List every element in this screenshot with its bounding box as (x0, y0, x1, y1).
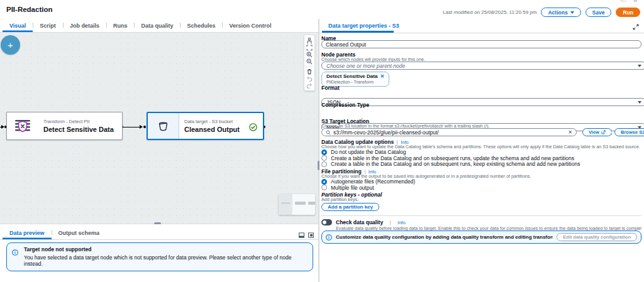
data-quality-banner: Customize data quality configuration by … (321, 230, 641, 244)
parent-chip-subtitle: PiiDetection - Transform (326, 80, 384, 84)
fit-view-icon[interactable] (304, 44, 314, 51)
node-parents-placeholder: Choose one or more parent node (326, 63, 405, 69)
collapse-panel-icon[interactable] (299, 229, 304, 241)
s3-bucket-icon (148, 113, 179, 139)
node-parents-select[interactable]: Choose one or more parent node (321, 62, 644, 70)
last-modified-text: Last modified on 25/08/2025, 11:20:59 pm (443, 9, 536, 15)
banner-text: Customize data quality configuration by … (336, 234, 553, 240)
chevron-down-icon (570, 11, 574, 14)
add-node-button[interactable]: + (1, 35, 20, 55)
tab-data-quality[interactable]: Data quality (134, 19, 180, 32)
name-input[interactable] (326, 41, 637, 48)
tab-visual[interactable]: Visual (3, 19, 33, 32)
partition-keys-help: Add partition keys. (321, 197, 641, 202)
radio-create-update-schema[interactable]: Create a table in the Data Catalog and o… (321, 155, 641, 161)
check-data-quality-label: Check data quality (336, 219, 383, 225)
edit-data-quality-button[interactable]: Edit data quality configuration (557, 233, 637, 241)
tab-schedules[interactable]: Schedules (180, 19, 222, 32)
external-link-icon (601, 130, 606, 134)
expand-icon[interactable] (633, 23, 639, 32)
close-icon[interactable]: ✕ (568, 129, 572, 135)
maximize-panel-icon[interactable] (308, 229, 314, 241)
app-header: PII-Redaction ?⃝ ⚙ Last modified on 25/0… (0, 0, 644, 19)
add-partition-key-button[interactable]: Add a partition key (321, 203, 379, 211)
alert-text: You have selected a data target node whi… (24, 254, 308, 267)
check-circle-icon (249, 122, 257, 134)
radio-no-catalog-update[interactable]: Do not update the Data Catalog (321, 149, 641, 155)
chevron-down-icon (638, 65, 641, 67)
name-input-wrap (321, 40, 641, 48)
detect-pii-icon (7, 112, 38, 139)
properties-panel-title[interactable]: Data target properties - S3 (328, 23, 399, 29)
section-divider (321, 215, 641, 216)
canvas-toolbar (304, 35, 315, 91)
browse-s3-button[interactable]: Browse S3 (614, 128, 644, 136)
toolbar-divider (306, 66, 313, 67)
connection-port[interactable] (143, 126, 146, 128)
tab-runs[interactable]: Runs (106, 19, 135, 32)
help-icon[interactable]: ?⃝ (620, 0, 626, 3)
radio-icon (321, 149, 327, 155)
radio-autogenerate-files[interactable]: Autogenerate files (Recommended) (321, 178, 641, 185)
job-tab-bar: Visual Script Job details Runs Data qual… (0, 19, 318, 33)
view-button[interactable]: View (582, 128, 612, 136)
edge-arrow (140, 125, 143, 129)
tab-data-preview[interactable]: Data preview (3, 226, 52, 239)
info-icon (12, 247, 18, 258)
visual-editor-canvas[interactable]: + (0, 33, 318, 224)
actions-button-label: Actions (548, 9, 567, 16)
radio-create-keep-schema[interactable]: Create a table in the Data Catalog and o… (321, 161, 641, 167)
save-button[interactable]: Save (586, 8, 612, 17)
preview-panel: Data preview Output schema Target node n… (0, 224, 318, 282)
view-button-label: View (589, 129, 599, 135)
node-title: Detect Sensitive Data (43, 126, 122, 133)
node-detect-sensitive-data[interactable]: Transform - Detect PII Detect Sensitive … (6, 112, 123, 140)
plus-icon: + (8, 40, 13, 50)
actions-button[interactable]: Actions (541, 8, 580, 17)
properties-panel: Data target properties - S3 Name Node pa… (319, 19, 644, 282)
page-title: PII-Redaction (6, 6, 52, 13)
minimap-node (308, 202, 315, 205)
canvas-minimap[interactable] (279, 194, 315, 215)
zoom-in-icon[interactable] (304, 51, 314, 58)
delete-icon[interactable] (304, 68, 314, 75)
radio-icon (321, 179, 327, 185)
target-not-supported-alert: Target node not supported You have selec… (6, 242, 313, 271)
compression-label: Compression Type (321, 102, 641, 108)
s3-location-input-wrap: ✕ (321, 128, 577, 136)
undo-icon[interactable] (304, 75, 314, 82)
minimap-node (295, 202, 306, 205)
format-label: Format (321, 85, 641, 91)
search-icon (326, 130, 331, 135)
radio-multiple-file-output[interactable]: Multiple file output (321, 185, 641, 191)
info-icon (326, 234, 332, 241)
close-icon[interactable]: ✕ (380, 73, 384, 79)
gear-icon[interactable]: ⚙ (633, 0, 638, 3)
tab-script[interactable]: Script (33, 19, 63, 32)
alert-title: Target node not supported (24, 246, 308, 252)
radio-icon (321, 161, 327, 167)
layout-icon[interactable] (304, 37, 314, 44)
radio-icon (321, 155, 327, 161)
data-quality-info-link[interactable]: Info (397, 220, 406, 225)
tab-version-control[interactable]: Version Control (222, 19, 278, 32)
check-data-quality-toggle[interactable] (321, 219, 332, 225)
redo-icon[interactable] (304, 82, 314, 89)
minimap-node (281, 202, 291, 204)
tab-output-schema[interactable]: Output schema (52, 226, 107, 239)
zoom-out-icon[interactable] (304, 58, 314, 65)
tab-job-details[interactable]: Job details (63, 19, 106, 32)
parent-chip-title: Detect Sensitive Data (326, 73, 377, 79)
node-type-label: Transform - Detect PII (43, 119, 122, 124)
node-cleansed-output[interactable]: Data target - S3 bucket Cleansed Output (147, 112, 264, 140)
s3-location-input[interactable] (333, 129, 568, 136)
radio-icon (321, 185, 327, 190)
minimap-viewport (279, 194, 292, 215)
preview-tab-bar: Data preview Output schema (0, 226, 318, 240)
run-button[interactable]: Run (616, 8, 640, 17)
edge-line (123, 127, 141, 127)
